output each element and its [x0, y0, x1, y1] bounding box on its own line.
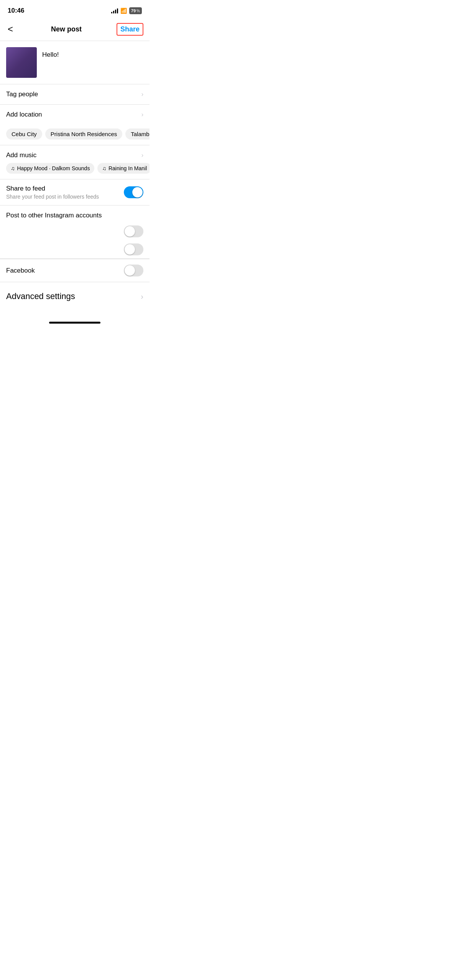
- add-location-label: Add location: [6, 111, 42, 118]
- add-location-row[interactable]: Add location ›: [0, 105, 150, 125]
- location-chip-pristina[interactable]: Pristina North Residences: [45, 128, 122, 140]
- account-toggle-1-thumb: [125, 226, 135, 237]
- home-indicator: [0, 316, 150, 327]
- signal-icon: [111, 8, 118, 13]
- post-to-other-block: Post to other Instagram accounts: [0, 206, 150, 259]
- tag-people-row[interactable]: Tag people ›: [0, 84, 150, 105]
- tag-people-chevron: ›: [141, 91, 143, 98]
- facebook-row: Facebook: [0, 259, 150, 282]
- music-chip-happy-mood[interactable]: ♫ Happy Mood · Dalkom Sounds: [6, 163, 94, 174]
- account-toggle-row-1: [0, 222, 150, 240]
- music-chips: ♫ Happy Mood · Dalkom Sounds ♫ Raining I…: [0, 163, 150, 179]
- account-toggle-row-2: [0, 240, 150, 259]
- post-preview: Hello!: [0, 41, 150, 84]
- music-chip-raining[interactable]: ♫ Raining In Manil: [97, 163, 150, 174]
- share-to-feed-label: Share to feed: [6, 185, 99, 192]
- facebook-toggle[interactable]: [124, 265, 143, 276]
- post-caption: Hello!: [37, 47, 64, 62]
- battery-level: 79: [131, 8, 136, 13]
- share-button[interactable]: Share: [117, 23, 143, 36]
- home-bar: [49, 322, 100, 324]
- battery-icon: 79 %: [129, 7, 142, 14]
- advanced-settings-chevron: ›: [141, 292, 143, 301]
- facebook-toggle-thumb: [125, 265, 135, 276]
- content: Hello! Tag people › Add location › Cebu …: [0, 41, 150, 316]
- add-music-label: Add music: [6, 151, 36, 159]
- toggle-thumb: [132, 187, 143, 197]
- music-note-icon-2: ♫: [102, 165, 106, 171]
- post-to-other-label: Post to other Instagram accounts: [6, 212, 102, 219]
- nav-header: < New post Share: [0, 19, 150, 41]
- status-bar: 10:46 📶 79 %: [0, 0, 150, 19]
- add-music-row[interactable]: Add music ›: [0, 145, 150, 163]
- share-to-feed-sublabel: Share your feed post in followers feeds: [6, 194, 99, 200]
- post-thumbnail: [6, 47, 37, 78]
- share-to-feed-label-group: Share to feed Share your feed post in fo…: [6, 185, 99, 200]
- status-time: 10:46: [8, 7, 24, 15]
- advanced-settings-label: Advanced settings: [6, 291, 75, 301]
- account-toggle-2[interactable]: [124, 243, 143, 255]
- facebook-label: Facebook: [6, 267, 35, 275]
- share-to-feed-row: Share to feed Share your feed post in fo…: [0, 179, 150, 206]
- share-to-feed-toggle[interactable]: [124, 186, 143, 198]
- page-title: New post: [51, 25, 82, 33]
- music-note-icon-1: ♫: [11, 165, 15, 171]
- location-chips: Cebu City Pristina North Residences Tala…: [0, 125, 150, 145]
- status-icons: 📶 79 %: [111, 7, 142, 14]
- music-chip-happy-mood-label: Happy Mood · Dalkom Sounds: [17, 165, 90, 171]
- wifi-icon: 📶: [120, 8, 127, 14]
- add-music-chevron: ›: [141, 152, 143, 159]
- location-chip-cebu[interactable]: Cebu City: [6, 128, 42, 140]
- account-toggle-1[interactable]: [124, 225, 143, 237]
- post-to-other-header: Post to other Instagram accounts: [0, 206, 150, 222]
- location-chip-talamban[interactable]: Talamban, C: [125, 128, 150, 140]
- music-chip-raining-label: Raining In Manil: [108, 165, 147, 171]
- back-button[interactable]: <: [6, 22, 16, 36]
- advanced-settings-row[interactable]: Advanced settings ›: [0, 282, 150, 311]
- account-toggle-2-thumb: [125, 244, 135, 255]
- tag-people-label: Tag people: [6, 90, 38, 98]
- add-location-chevron: ›: [141, 111, 143, 118]
